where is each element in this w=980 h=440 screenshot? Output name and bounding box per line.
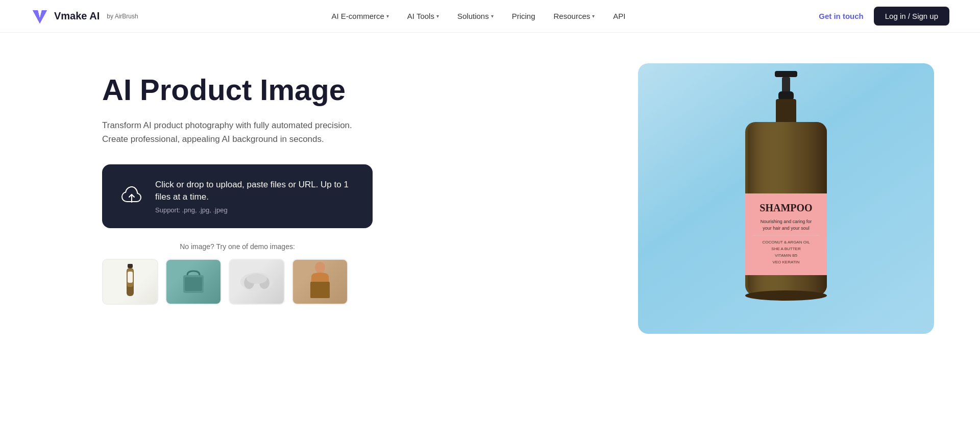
demo-images-row [102, 259, 449, 305]
svg-rect-2 [128, 264, 133, 268]
chevron-down-icon: ▾ [491, 13, 494, 19]
brand-name: Vmake AI [54, 10, 100, 22]
upload-cloud-icon [118, 183, 145, 209]
brand-by: by AirBrush [107, 13, 138, 20]
svg-point-11 [247, 274, 267, 284]
svg-rect-5 [128, 272, 133, 283]
page-description: Transform AI product photography with fu… [102, 118, 368, 146]
svg-text:Nourishing and caring for: Nourishing and caring for [761, 219, 812, 224]
logo[interactable]: Vmake AI by AirBrush [31, 7, 138, 26]
upload-main-text: Click or drop to upload, paste files or … [155, 179, 356, 203]
chevron-down-icon: ▾ [386, 13, 389, 19]
nav-ai-tools[interactable]: AI Tools ▾ [407, 12, 439, 20]
svg-text:VITAMIN B5: VITAMIN B5 [775, 253, 797, 258]
nav-ai-ecommerce[interactable]: AI E-commerce ▾ [332, 12, 389, 20]
svg-text:your hair and your soul: your hair and your soul [763, 226, 810, 231]
navbar: Vmake AI by AirBrush AI E-commerce ▾ AI … [0, 0, 980, 33]
demo-image-person[interactable] [292, 259, 348, 305]
nav-resources[interactable]: Resources ▾ [554, 12, 595, 20]
nav-solutions[interactable]: Solutions ▾ [457, 12, 494, 20]
demo-image-serum[interactable] [102, 259, 158, 305]
svg-text:VEO KERATIN: VEO KERATIN [772, 260, 799, 264]
logo-icon [31, 7, 49, 26]
svg-rect-7 [185, 277, 202, 291]
upload-dropzone[interactable]: Click or drop to upload, paste files or … [102, 164, 373, 228]
svg-rect-14 [775, 71, 797, 77]
svg-point-12 [315, 262, 325, 273]
page-title: AI Product Image [102, 74, 449, 106]
svg-text:COCONUT & ARGAN OIL: COCONUT & ARGAN OIL [762, 240, 810, 245]
demo-image-earbuds[interactable] [229, 259, 285, 305]
product-display-area: SHAMPOO Nourishing and caring for your h… [638, 63, 934, 334]
upload-text-block: Click or drop to upload, paste files or … [155, 179, 356, 214]
get-in-touch-link[interactable]: Get in touch [819, 12, 864, 20]
upload-support-text: Support: .png, .jpg, .jpeg [155, 206, 356, 214]
nav-api[interactable]: API [613, 12, 625, 20]
demo-label: No image? Try one of demo images: [102, 242, 373, 251]
left-panel: AI Product Image Transform AI product ph… [102, 63, 449, 305]
chevron-down-icon: ▾ [436, 13, 439, 19]
main-content: AI Product Image Transform AI product ph… [0, 33, 980, 364]
nav-pricing[interactable]: Pricing [512, 12, 535, 20]
login-button[interactable]: Log in / Sign up [874, 7, 949, 26]
chevron-down-icon: ▾ [592, 13, 595, 19]
svg-point-29 [745, 290, 827, 301]
demo-image-bag[interactable] [165, 259, 222, 305]
svg-text:SHAMPOO: SHAMPOO [760, 202, 812, 213]
svg-rect-17 [776, 99, 796, 125]
right-panel: SHAMPOO Nourishing and caring for your h… [633, 63, 939, 334]
nav-actions: Get in touch Log in / Sign up [819, 7, 949, 26]
svg-rect-13 [310, 282, 330, 298]
svg-marker-1 [33, 10, 47, 23]
svg-text:SHE A BUTTER: SHE A BUTTER [771, 247, 801, 251]
nav-links: AI E-commerce ▾ AI Tools ▾ Solutions ▾ P… [332, 12, 626, 20]
shampoo-bottle-image: SHAMPOO Nourishing and caring for your h… [699, 71, 873, 326]
